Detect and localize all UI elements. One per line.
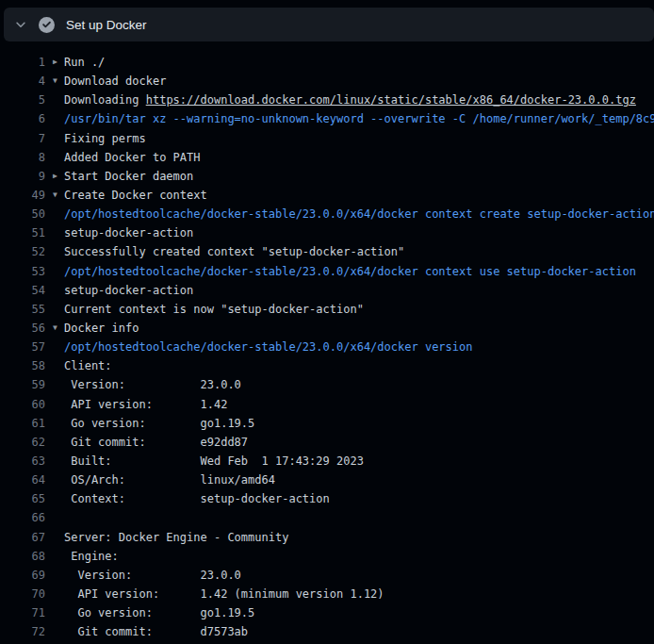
line-number[interactable]: 49 xyxy=(0,189,45,202)
line-number[interactable]: 61 xyxy=(0,417,45,430)
line-number[interactable]: 57 xyxy=(0,340,45,354)
line-number[interactable]: 7 xyxy=(0,132,45,145)
line-number[interactable]: 54 xyxy=(0,284,45,297)
line-number[interactable]: 51 xyxy=(0,226,45,239)
log-command-text: /opt/hostedtoolcache/docker-stable/23.0.… xyxy=(64,265,636,278)
line-number[interactable]: 55 xyxy=(0,303,45,316)
line-text: Go version: go1.19.5 xyxy=(64,606,254,619)
line-number[interactable]: 1 xyxy=(0,56,45,69)
line-number[interactable]: 9 xyxy=(0,170,45,183)
line-number[interactable]: 52 xyxy=(0,245,45,258)
log-group-title[interactable]: ▼Docker info xyxy=(64,322,139,335)
log-line-row: 72 Git commit: d7573ab xyxy=(0,622,654,641)
line-number[interactable]: 58 xyxy=(0,359,45,372)
line-text: Downloading https://download.docker.com/… xyxy=(64,93,636,107)
line-number[interactable]: 63 xyxy=(0,454,45,468)
check-circle-icon xyxy=(39,17,55,33)
line-number[interactable]: 65 xyxy=(0,492,45,505)
line-number[interactable]: 62 xyxy=(0,436,45,449)
group-collapsed-arrow-icon[interactable]: ▶ xyxy=(53,58,57,66)
line-number[interactable]: 6 xyxy=(0,112,45,125)
log-line-row: 62 Git commit: e92dd87 xyxy=(0,433,654,452)
log-line-row: 67Server: Docker Engine - Community xyxy=(0,528,654,547)
log-line-row: 57/opt/hostedtoolcache/docker-stable/23.… xyxy=(0,338,654,356)
line-text: Server: Docker Engine - Community xyxy=(64,531,288,544)
log-group-row: 49▼Create Docker context xyxy=(0,186,654,205)
line-number[interactable]: 4 xyxy=(0,74,45,88)
log-line-row: 6/usr/bin/tar xz --warning=no-unknown-ke… xyxy=(0,109,654,128)
log-line-row: 7Fixing perms xyxy=(0,129,654,148)
log-viewer: Set up Docker 1▶Run ./4▼Download docker5… xyxy=(0,0,654,644)
line-number[interactable]: 72 xyxy=(0,625,45,638)
log-command-text: /usr/bin/tar xz --warning=no-unknown-key… xyxy=(64,112,654,125)
line-text: Git commit: d7573ab xyxy=(64,625,248,638)
line-number[interactable]: 71 xyxy=(0,606,45,619)
line-number[interactable]: 59 xyxy=(0,378,45,391)
line-text: API version: 1.42 xyxy=(64,398,227,411)
line-text: OS/Arch: linux/amd64 xyxy=(64,473,275,487)
line-number[interactable]: 50 xyxy=(0,207,45,221)
log-line-row: 63 Built: Wed Feb 1 17:43:29 2023 xyxy=(0,452,654,471)
group-expanded-arrow-icon[interactable]: ▼ xyxy=(53,191,57,199)
line-number[interactable]: 64 xyxy=(0,473,45,487)
line-text: Successfully created context "setup-dock… xyxy=(64,245,404,258)
line-text: Go version: go1.19.5 xyxy=(64,417,254,430)
log-command-text: /opt/hostedtoolcache/docker-stable/23.0.… xyxy=(64,207,654,221)
log-url-link[interactable]: https://download.docker.com/linux/static… xyxy=(146,93,636,107)
log-line-row: 51setup-docker-action xyxy=(0,223,654,242)
line-number[interactable]: 70 xyxy=(0,587,45,601)
log-command-text: /opt/hostedtoolcache/docker-stable/23.0.… xyxy=(64,340,472,354)
line-text: Git commit: e92dd87 xyxy=(64,436,248,449)
log-line-row: 50/opt/hostedtoolcache/docker-stable/23.… xyxy=(0,205,654,223)
line-text: Context: setup-docker-action xyxy=(64,492,330,505)
group-collapsed-arrow-icon[interactable]: ▶ xyxy=(53,173,57,180)
log-group-title[interactable]: ▶Run ./ xyxy=(64,56,105,69)
log-line-row: 65 Context: setup-docker-action xyxy=(0,489,654,508)
line-text: Fixing perms xyxy=(64,132,146,145)
log-line-row: 71 Go version: go1.19.5 xyxy=(0,603,654,622)
log-group-row: 1▶Run ./ xyxy=(0,53,654,72)
line-number[interactable]: 69 xyxy=(0,569,45,582)
log-line-row: 58Client: xyxy=(0,356,654,375)
line-number[interactable]: 53 xyxy=(0,265,45,278)
line-text: Version: 23.0.0 xyxy=(64,569,241,582)
log-line-row: 59 Version: 23.0.0 xyxy=(0,375,654,394)
line-text: Engine: xyxy=(64,550,119,563)
line-text: Client: xyxy=(64,359,112,372)
log-line-row: 69 Version: 23.0.0 xyxy=(0,566,654,585)
step-title: Set up Docker xyxy=(66,18,147,32)
log-line-row: 5Downloading https://download.docker.com… xyxy=(0,91,654,109)
line-number[interactable]: 56 xyxy=(0,322,45,335)
line-number[interactable]: 66 xyxy=(0,511,45,524)
group-expanded-arrow-icon[interactable]: ▼ xyxy=(53,324,57,332)
line-text: Version: 23.0.0 xyxy=(64,378,241,391)
line-text: Current context is now "setup-docker-act… xyxy=(64,303,364,316)
log-group-row: 9▶Start Docker daemon xyxy=(0,167,654,186)
log-line-row: 8Added Docker to PATH xyxy=(0,148,654,167)
log-line-row: 70 API version: 1.42 (minimum version 1.… xyxy=(0,585,654,603)
group-expanded-arrow-icon[interactable]: ▼ xyxy=(53,77,57,85)
log-group-title[interactable]: ▶Start Docker daemon xyxy=(64,170,193,183)
line-number[interactable]: 8 xyxy=(0,151,45,164)
step-header[interactable]: Set up Docker xyxy=(4,8,654,41)
log-line-row: 55Current context is now "setup-docker-a… xyxy=(0,300,654,319)
chevron-down-icon[interactable] xyxy=(14,18,27,31)
line-number[interactable]: 68 xyxy=(0,550,45,563)
log-group-title[interactable]: ▼Create Docker context xyxy=(64,189,207,202)
log-line-row: 53/opt/hostedtoolcache/docker-stable/23.… xyxy=(0,262,654,281)
log-group-title[interactable]: ▼Download docker xyxy=(64,74,166,88)
log-group-row: 56▼Docker info xyxy=(0,319,654,338)
line-number[interactable]: 60 xyxy=(0,398,45,411)
log-lines: 1▶Run ./4▼Download docker5Downloading ht… xyxy=(0,53,654,641)
log-line-row: 60 API version: 1.42 xyxy=(0,395,654,414)
log-line-row: 66 xyxy=(0,508,654,527)
log-line-row: 64 OS/Arch: linux/amd64 xyxy=(0,471,654,489)
log-group-row: 4▼Download docker xyxy=(0,72,654,91)
line-text: Built: Wed Feb 1 17:43:29 2023 xyxy=(64,454,364,468)
log-line-row: 52Successfully created context "setup-do… xyxy=(0,242,654,261)
log-line-row: 61 Go version: go1.19.5 xyxy=(0,414,654,433)
line-text: setup-docker-action xyxy=(64,226,193,239)
line-number[interactable]: 67 xyxy=(0,531,45,544)
log-line-row: 54setup-docker-action xyxy=(0,281,654,300)
line-number[interactable]: 5 xyxy=(0,93,45,107)
